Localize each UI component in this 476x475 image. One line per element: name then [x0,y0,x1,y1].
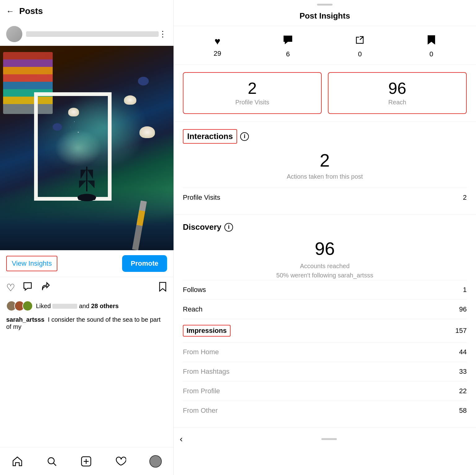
from-home-value: 44 [459,348,467,356]
profile-visits-metric-value: 2 [463,194,467,202]
more-options-button[interactable]: ⋮ [159,29,167,39]
bookmark-icon [427,35,436,48]
comments-count: 6 [286,50,290,58]
profile-visits-box: 2 Profile Visits [183,72,322,114]
shell-decoration [139,126,155,138]
stat-likes: ♥ 29 [214,36,221,58]
from-hashtags-value: 33 [459,368,467,376]
page-title: Posts [19,6,43,16]
bookmark-button[interactable] [158,282,167,294]
insights-bar: View Insights Promote [0,250,173,277]
username-blur [26,31,159,37]
right-bottom-bar: ‹ [174,428,476,450]
shares-count: 0 [358,50,362,58]
liked-avatars [6,301,33,311]
back-button[interactable]: ← [6,7,14,16]
liked-row: Liked and 28 others [0,298,173,314]
ship-silhouette [74,167,99,210]
from-home-label: From Home [183,348,219,356]
from-profile-value: 22 [459,387,467,395]
promote-button[interactable]: Promote [122,255,167,272]
svg-line-8 [54,463,56,466]
discovery-sub-label: Accounts reached 50% weren't following s… [183,261,467,280]
interactions-big-number: 2 [183,150,467,171]
reach-metric-value: 96 [459,305,467,313]
from-hashtags-label: From Hashtags [183,368,229,376]
profile-visits-label: Profile Visits [190,99,315,106]
stone-decoration [53,123,62,131]
reach-box: 96 Reach [328,72,467,114]
svg-marker-1 [81,170,86,179]
from-home-row: From Home 44 [183,342,467,362]
stat-saves: 0 [427,35,436,58]
post-insights-header: Post Insights [174,7,476,26]
reach-metric-label: Reach [183,305,203,313]
interactions-title: Interactions [183,129,237,144]
svg-marker-2 [87,170,93,179]
interactions-sub-label: Actions taken from this post [183,173,467,180]
view-insights-button[interactable]: View Insights [6,256,57,271]
from-other-value: 58 [459,407,467,415]
post-username-label[interactable]: sarah_artsss [6,316,44,323]
left-panel: ← Posts ⋮ Vie [0,0,174,475]
saves-count: 0 [430,50,433,58]
caption-row: 50% weren't following sarah_artsss sarah… [0,314,173,333]
highlights-row: 2 Profile Visits 96 Reach [174,65,476,122]
nav-add-button[interactable] [81,456,92,467]
svg-point-7 [48,458,54,464]
nav-home-button[interactable] [12,456,23,467]
right-header-title: Post Insights [299,11,350,20]
post-image [0,46,174,250]
svg-marker-3 [79,181,86,188]
drag-handle [317,4,333,6]
stat-comments: 6 [283,35,293,58]
bottom-nav [0,447,173,475]
stats-icons-row: ♥ 29 6 0 [174,26,476,65]
from-hashtags-row: From Hashtags 33 [183,362,467,381]
follows-label: Follows [183,286,206,294]
discovery-title: Discovery [183,222,221,232]
reach-metric-row: Reach 96 [183,299,467,319]
shell-decoration [68,108,79,116]
right-panel: Post Insights ♥ 29 6 0 [174,0,476,475]
stone-decoration [138,77,149,85]
discovery-header: Discovery i [183,222,467,232]
liked-avatar [22,301,33,311]
impressions-metric-row: Impressions 157 [183,319,467,342]
post-user-row: ⋮ [0,22,173,46]
comment-button[interactable] [23,281,33,294]
stat-shares: 0 [355,35,365,58]
from-profile-row: From Profile 22 [183,381,467,401]
avatar[interactable] [6,26,22,42]
like-button[interactable]: ♡ [6,282,15,294]
follows-value: 1 [463,286,467,294]
discovery-big-number: 96 [183,238,467,259]
back-chevron-button[interactable]: ‹ [180,434,183,444]
interactions-section: Interactions i 2 Actions taken from this… [174,122,476,215]
interactions-info-button[interactable]: i [240,132,249,141]
heart-icon: ♥ [214,36,220,47]
comment-icon [283,35,293,48]
discovery-info-button[interactable]: i [224,223,233,232]
impressions-value: 157 [455,327,467,335]
discovery-section: Discovery i 96 Accounts reached 50% were… [174,215,476,428]
posts-header: ← Posts [0,0,173,22]
interactions-header: Interactions i [183,129,467,144]
profile-visits-metric-label: Profile Visits [183,194,220,202]
nav-heart-button[interactable] [115,456,126,467]
profile-visits-number: 2 [190,80,315,96]
post-actions-row: ♡ [0,277,173,298]
likes-count: 29 [214,50,221,58]
nav-profile-picture[interactable] [149,455,162,468]
impressions-label: Impressions [183,325,231,337]
profile-visits-metric-row: Profile Visits 2 [183,188,467,207]
from-profile-label: From Profile [183,387,220,395]
bottom-drag-handle [321,438,337,440]
from-other-label: From Other [183,407,218,415]
brush-decoration [132,200,147,250]
share-button[interactable] [40,281,50,294]
reach-number: 96 [335,80,460,96]
svg-rect-0 [86,167,87,191]
follows-metric-row: Follows 1 [183,280,467,299]
nav-search-button[interactable] [46,456,57,467]
